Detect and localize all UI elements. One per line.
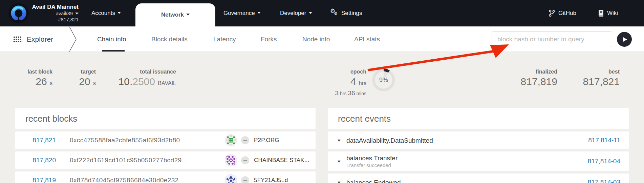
stat-total-issuance-int: 10. <box>119 76 133 87</box>
stat-total-issuance: total issuance 10.2500 BAVAIL <box>108 68 176 89</box>
github-link[interactable]: GitHub <box>549 0 576 26</box>
chevron-down-icon <box>186 14 190 16</box>
stat-finalized-label: finalized <box>490 68 557 75</box>
section-explorer[interactable]: Explorer <box>13 26 53 52</box>
validator-identicon-green[interactable] <box>225 134 237 146</box>
menu-accounts[interactable]: Accounts <box>91 0 121 26</box>
recent-blocks-title: recent blocks <box>15 108 316 129</box>
tab-api-stats-label: API stats <box>354 36 380 43</box>
search-input[interactable] <box>492 31 612 47</box>
block-row: 817,819 0x878d74045cf97586684e30d0e232..… <box>15 171 316 183</box>
event-row: ▼ balances.Transfer Transfer succeeded 8… <box>328 151 629 171</box>
stat-last-block-unit: s <box>50 80 52 86</box>
validator-name[interactable]: CHAINBASE STAK... <box>254 157 309 164</box>
wiki-label: Wiki <box>607 10 618 17</box>
recent-blocks-panel: recent blocks 817,821 0xcc475588faa2cbfe… <box>15 108 316 183</box>
stat-total-issuance-label: total issuance <box>108 68 176 75</box>
block-hash: 0xf222d1619cd101c95b050277bcd29... <box>70 157 225 164</box>
grid-icon <box>13 36 22 43</box>
stat-epoch: epoch 4 hrs 3 hrs 36 mins <box>312 68 366 97</box>
block-hash: 0xcc475588faa2cbfe855af6f93d2b80... <box>70 137 225 144</box>
avail-logo[interactable] <box>8 3 29 23</box>
block-number-link[interactable]: 817,819 <box>15 177 56 183</box>
event-block-link[interactable]: 817,814-04 <box>588 158 620 165</box>
chain-name: Avail DA Mainnet <box>30 3 79 11</box>
stat-best: best 817,821 <box>552 68 620 88</box>
menu-governance[interactable]: Governance <box>223 0 261 26</box>
github-label: GitHub <box>558 10 576 17</box>
validator-identicon-blue[interactable] <box>225 174 237 183</box>
tab-latency[interactable]: Latency <box>213 26 236 52</box>
book-icon <box>598 10 604 17</box>
chevron-down-icon <box>257 12 261 14</box>
block-row: 817,821 0xcc475588faa2cbfe855af6f93d2b80… <box>15 131 316 149</box>
tab-node-info[interactable]: Node info <box>302 26 330 52</box>
stat-last-block-label: last block <box>12 68 52 75</box>
event-block-link[interactable]: 817,814-11 <box>588 137 620 144</box>
stat-target: target 20 s <box>62 68 96 89</box>
menu-network[interactable]: Network <box>135 3 215 26</box>
stat-target-value: 20 <box>79 76 90 87</box>
stat-finalized-value: 817,819 <box>490 76 557 88</box>
avail-logo-graphic <box>8 3 29 23</box>
tab-api-stats[interactable]: API stats <box>354 26 380 52</box>
menu-governance-label: Governance <box>223 10 255 17</box>
stat-total-issuance-unit: BAVAIL <box>158 80 176 86</box>
expand-arrow-icon[interactable]: ▼ <box>337 180 341 183</box>
tab-forks[interactable]: Forks <box>261 26 277 52</box>
tab-block-details-label: Block details <box>151 36 188 43</box>
stat-epoch-elapsed: 3 hrs 36 mins <box>312 89 366 97</box>
event-row: ▼ balances.Endowed 817,814-03 <box>328 174 629 183</box>
block-author: CHAINBASE STAK... <box>225 154 316 166</box>
recent-events-title: recent events <box>328 108 629 129</box>
top-navigation-bar: Avail DA Mainnet avail/39 #817,821 Accou… <box>0 0 644 26</box>
stat-last-block: last block 26 s <box>12 68 52 89</box>
validator-name[interactable]: 5FY21AJ5..d <box>254 177 288 183</box>
block-hash: 0x878d74045cf97586684e30d0e232... <box>70 177 225 183</box>
expand-arrow-icon[interactable]: ▼ <box>337 138 341 142</box>
expand-arrow-icon[interactable]: ▼ <box>337 159 341 163</box>
validator-name[interactable]: P2P.ORG <box>254 137 279 144</box>
tab-forks-label: Forks <box>261 36 277 43</box>
tab-node-info-label: Node info <box>302 36 330 43</box>
stat-finalized: finalized 817,819 <box>490 68 557 88</box>
stat-epoch-unit: hrs <box>359 80 366 86</box>
chain-spec: avail/39 <box>30 11 79 17</box>
recent-events-panel: recent events ▼ dataAvailability.DataSub… <box>328 108 629 183</box>
tab-chain-info-label: Chain info <box>97 36 126 43</box>
menu-accounts-label: Accounts <box>91 10 115 17</box>
menu-developer-label: Developer <box>280 10 306 17</box>
block-number-link[interactable]: 817,821 <box>15 137 56 144</box>
wiki-link[interactable]: Wiki <box>598 0 618 26</box>
event-name: balances.Endowed <box>346 179 401 183</box>
menu-settings-label: Settings <box>341 10 362 17</box>
stat-total-issuance-frac: 2500 <box>132 76 155 87</box>
event-description: Transfer succeeded <box>346 162 588 168</box>
section-separator-chevron <box>68 26 77 52</box>
search-submit-button[interactable] <box>617 32 632 47</box>
chain-best-block: #817,821 <box>30 17 79 23</box>
git-branch-icon <box>549 9 555 17</box>
active-tab-underline <box>102 50 125 52</box>
menu-settings[interactable]: ⚙⚙ Settings <box>330 0 362 26</box>
tab-chain-info[interactable]: Chain info <box>97 26 126 52</box>
tab-latency-label: Latency <box>213 36 236 43</box>
explorer-tab-bar: Explorer Chain info Block details Latenc… <box>0 26 644 52</box>
event-row: ▼ dataAvailability.DataSubmitted 817,814… <box>328 131 629 149</box>
menu-network-label: Network <box>161 12 184 18</box>
epoch-progress-percent: 9% <box>371 67 396 93</box>
chevron-down-icon <box>309 12 312 14</box>
validator-identicon-purple[interactable] <box>225 154 237 166</box>
chevron-down-icon <box>117 12 121 14</box>
block-number-link[interactable]: 817,820 <box>15 157 56 164</box>
play-icon <box>623 37 627 42</box>
tab-block-details[interactable]: Block details <box>151 26 188 52</box>
block-row: 817,820 0xf222d1619cd101c95b050277bcd29.… <box>15 151 316 169</box>
chain-selector[interactable]: Avail DA Mainnet avail/39 #817,821 <box>30 3 79 23</box>
block-author: 5FY21AJ5..d <box>225 174 316 183</box>
block-author: P2P.ORG <box>225 134 316 146</box>
minus-icon <box>241 156 249 164</box>
event-block-link[interactable]: 817,814-03 <box>588 179 620 183</box>
menu-developer[interactable]: Developer <box>280 0 312 26</box>
minus-icon <box>241 136 249 144</box>
